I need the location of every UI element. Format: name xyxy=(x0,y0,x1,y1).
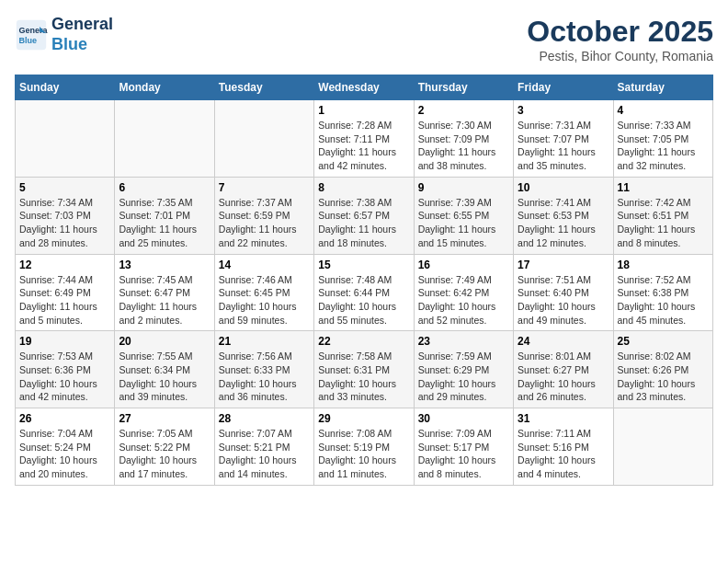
calendar-day-cell: 28Sunrise: 7:07 AM Sunset: 5:21 PM Dayli… xyxy=(214,408,313,486)
calendar-day-cell: 2Sunrise: 7:30 AM Sunset: 7:09 PM Daylig… xyxy=(414,100,513,178)
logo-icon: General Blue xyxy=(15,18,48,52)
calendar-day-cell: 17Sunrise: 7:51 AM Sunset: 6:40 PM Dayli… xyxy=(514,254,613,331)
day-info: Sunrise: 7:35 AM Sunset: 7:01 PM Dayligh… xyxy=(119,196,210,250)
svg-text:General: General xyxy=(19,26,49,35)
day-number: 30 xyxy=(418,412,509,425)
day-info: Sunrise: 7:33 AM Sunset: 7:05 PM Dayligh… xyxy=(618,119,709,173)
day-info: Sunrise: 7:45 AM Sunset: 6:47 PM Dayligh… xyxy=(119,273,210,327)
calendar-day-cell: 31Sunrise: 7:11 AM Sunset: 5:16 PM Dayli… xyxy=(514,408,613,486)
day-number: 29 xyxy=(318,412,409,425)
day-number: 9 xyxy=(418,181,509,194)
day-info: Sunrise: 7:30 AM Sunset: 7:09 PM Dayligh… xyxy=(418,119,509,173)
calendar-day-cell xyxy=(16,100,115,178)
day-number: 6 xyxy=(119,181,210,194)
calendar-day-cell xyxy=(613,408,712,486)
calendar-day-cell: 18Sunrise: 7:52 AM Sunset: 6:38 PM Dayli… xyxy=(613,254,712,331)
calendar-week-row: 12Sunrise: 7:44 AM Sunset: 6:49 PM Dayli… xyxy=(16,254,713,331)
day-info: Sunrise: 7:55 AM Sunset: 6:34 PM Dayligh… xyxy=(119,350,210,404)
calendar-week-row: 1Sunrise: 7:28 AM Sunset: 7:11 PM Daylig… xyxy=(16,100,713,178)
weekday-header-cell: Saturday xyxy=(613,75,712,100)
day-number: 18 xyxy=(618,259,709,271)
calendar-day-cell: 10Sunrise: 7:41 AM Sunset: 6:53 PM Dayli… xyxy=(514,177,613,254)
day-number: 2 xyxy=(418,104,509,117)
day-number: 8 xyxy=(318,181,409,194)
day-number: 11 xyxy=(618,181,709,194)
day-number: 12 xyxy=(19,259,110,271)
day-number: 20 xyxy=(119,335,210,348)
day-number: 15 xyxy=(318,259,409,271)
day-info: Sunrise: 7:28 AM Sunset: 7:11 PM Dayligh… xyxy=(318,119,409,173)
day-number: 23 xyxy=(418,335,509,348)
calendar-day-cell: 11Sunrise: 7:42 AM Sunset: 6:51 PM Dayli… xyxy=(613,177,712,254)
day-number: 27 xyxy=(119,412,210,425)
weekday-header-cell: Wednesday xyxy=(314,75,414,100)
calendar-day-cell: 6Sunrise: 7:35 AM Sunset: 7:01 PM Daylig… xyxy=(115,177,214,254)
day-number: 3 xyxy=(518,104,609,117)
day-info: Sunrise: 7:58 AM Sunset: 6:31 PM Dayligh… xyxy=(318,350,409,404)
day-info: Sunrise: 7:48 AM Sunset: 6:44 PM Dayligh… xyxy=(318,273,409,327)
day-number: 1 xyxy=(318,104,409,117)
calendar-day-cell: 19Sunrise: 7:53 AM Sunset: 6:36 PM Dayli… xyxy=(16,331,115,408)
location-subtitle: Pestis, Bihor County, Romania xyxy=(527,49,713,63)
day-info: Sunrise: 7:04 AM Sunset: 5:24 PM Dayligh… xyxy=(19,427,110,481)
calendar-table: SundayMondayTuesdayWednesdayThursdayFrid… xyxy=(15,75,713,486)
calendar-day-cell: 16Sunrise: 7:49 AM Sunset: 6:42 PM Dayli… xyxy=(414,254,513,331)
day-info: Sunrise: 8:01 AM Sunset: 6:27 PM Dayligh… xyxy=(518,350,609,404)
day-number: 24 xyxy=(518,335,609,348)
calendar-day-cell xyxy=(214,100,313,178)
day-info: Sunrise: 7:07 AM Sunset: 5:21 PM Dayligh… xyxy=(219,427,310,481)
svg-text:Blue: Blue xyxy=(19,36,38,45)
calendar-day-cell: 15Sunrise: 7:48 AM Sunset: 6:44 PM Dayli… xyxy=(314,254,414,331)
weekday-header-cell: Monday xyxy=(115,75,214,100)
day-number: 22 xyxy=(318,335,409,348)
day-info: Sunrise: 7:56 AM Sunset: 6:33 PM Dayligh… xyxy=(219,350,310,404)
logo-text: General Blue xyxy=(51,15,113,54)
weekday-header-row: SundayMondayTuesdayWednesdayThursdayFrid… xyxy=(16,75,713,100)
day-number: 17 xyxy=(518,259,609,271)
calendar-day-cell: 30Sunrise: 7:09 AM Sunset: 5:17 PM Dayli… xyxy=(414,408,513,486)
calendar-day-cell: 13Sunrise: 7:45 AM Sunset: 6:47 PM Dayli… xyxy=(115,254,214,331)
day-number: 4 xyxy=(618,104,709,117)
calendar-day-cell: 5Sunrise: 7:34 AM Sunset: 7:03 PM Daylig… xyxy=(16,177,115,254)
calendar-day-cell: 3Sunrise: 7:31 AM Sunset: 7:07 PM Daylig… xyxy=(514,100,613,178)
month-title: October 2025 xyxy=(527,15,713,49)
calendar-week-row: 5Sunrise: 7:34 AM Sunset: 7:03 PM Daylig… xyxy=(16,177,713,254)
day-number: 14 xyxy=(219,259,310,271)
day-number: 25 xyxy=(618,335,709,348)
day-info: Sunrise: 7:42 AM Sunset: 6:51 PM Dayligh… xyxy=(618,196,709,250)
calendar-day-cell: 8Sunrise: 7:38 AM Sunset: 6:57 PM Daylig… xyxy=(314,177,414,254)
calendar-day-cell: 22Sunrise: 7:58 AM Sunset: 6:31 PM Dayli… xyxy=(314,331,414,408)
calendar-day-cell: 20Sunrise: 7:55 AM Sunset: 6:34 PM Dayli… xyxy=(115,331,214,408)
calendar-day-cell: 29Sunrise: 7:08 AM Sunset: 5:19 PM Dayli… xyxy=(314,408,414,486)
day-info: Sunrise: 7:09 AM Sunset: 5:17 PM Dayligh… xyxy=(418,427,509,481)
day-info: Sunrise: 7:08 AM Sunset: 5:19 PM Dayligh… xyxy=(318,427,409,481)
calendar-week-row: 26Sunrise: 7:04 AM Sunset: 5:24 PM Dayli… xyxy=(16,408,713,486)
calendar-day-cell: 12Sunrise: 7:44 AM Sunset: 6:49 PM Dayli… xyxy=(16,254,115,331)
calendar-week-row: 19Sunrise: 7:53 AM Sunset: 6:36 PM Dayli… xyxy=(16,331,713,408)
day-number: 10 xyxy=(518,181,609,194)
title-block: October 2025 Pestis, Bihor County, Roman… xyxy=(527,15,713,63)
calendar-day-cell: 26Sunrise: 7:04 AM Sunset: 5:24 PM Dayli… xyxy=(16,408,115,486)
calendar-day-cell: 23Sunrise: 7:59 AM Sunset: 6:29 PM Dayli… xyxy=(414,331,513,408)
day-info: Sunrise: 7:05 AM Sunset: 5:22 PM Dayligh… xyxy=(119,427,210,481)
calendar-day-cell: 4Sunrise: 7:33 AM Sunset: 7:05 PM Daylig… xyxy=(613,100,712,178)
logo: General Blue General Blue xyxy=(15,15,113,54)
day-info: Sunrise: 7:39 AM Sunset: 6:55 PM Dayligh… xyxy=(418,196,509,250)
day-info: Sunrise: 7:31 AM Sunset: 7:07 PM Dayligh… xyxy=(518,119,609,173)
day-info: Sunrise: 7:44 AM Sunset: 6:49 PM Dayligh… xyxy=(19,273,110,327)
day-number: 16 xyxy=(418,259,509,271)
day-number: 21 xyxy=(219,335,310,348)
day-number: 31 xyxy=(518,412,609,425)
day-info: Sunrise: 7:37 AM Sunset: 6:59 PM Dayligh… xyxy=(219,196,310,250)
day-number: 5 xyxy=(19,181,110,194)
day-info: Sunrise: 7:52 AM Sunset: 6:38 PM Dayligh… xyxy=(618,273,709,327)
day-info: Sunrise: 7:49 AM Sunset: 6:42 PM Dayligh… xyxy=(418,273,509,327)
day-number: 19 xyxy=(19,335,110,348)
calendar-body: 1Sunrise: 7:28 AM Sunset: 7:11 PM Daylig… xyxy=(16,100,713,486)
day-number: 7 xyxy=(219,181,310,194)
calendar-day-cell: 7Sunrise: 7:37 AM Sunset: 6:59 PM Daylig… xyxy=(214,177,313,254)
day-info: Sunrise: 7:46 AM Sunset: 6:45 PM Dayligh… xyxy=(219,273,310,327)
weekday-header-cell: Thursday xyxy=(414,75,513,100)
day-info: Sunrise: 7:59 AM Sunset: 6:29 PM Dayligh… xyxy=(418,350,509,404)
weekday-header-cell: Sunday xyxy=(16,75,115,100)
